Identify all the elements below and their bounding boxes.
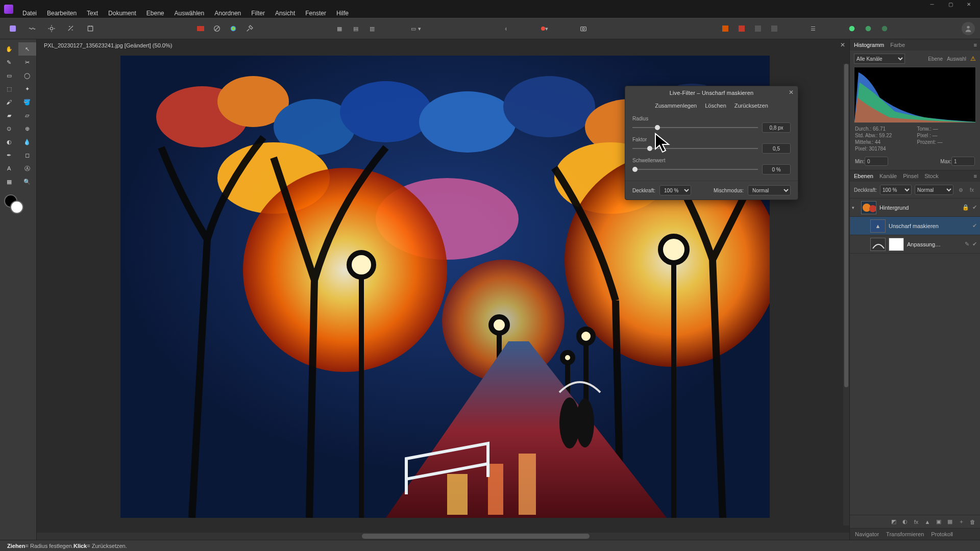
fx-layer-icon[interactable]: fx [912, 517, 921, 527]
crop-tool-icon[interactable]: ✂ [18, 56, 37, 69]
layer-op2-icon[interactable] [734, 21, 749, 36]
persona-photo-icon[interactable] [5, 21, 20, 36]
menu-dokument[interactable]: Dokument [108, 10, 136, 17]
tab-transformieren[interactable]: Transformieren [886, 531, 924, 537]
lock-icon[interactable]: 🔒 [962, 204, 969, 211]
layer-op4-icon[interactable] [767, 21, 782, 36]
dialog-blend-select[interactable]: Normal [748, 185, 791, 195]
color-swatches[interactable] [4, 194, 24, 215]
menu-ebene[interactable]: Ebene [146, 10, 164, 17]
menu-hilfe[interactable]: Hilfe [336, 10, 349, 17]
pen-tool-icon[interactable]: ✒ [0, 148, 18, 162]
histogram-scope-ebene[interactable]: Ebene [928, 56, 943, 62]
tab-kanaele[interactable]: Kanäle [879, 173, 897, 179]
layer-row-anpassung[interactable]: Anpassung… ✎✔ [850, 235, 980, 254]
schwellenwert-slider[interactable] [632, 169, 758, 170]
mask-layer-icon[interactable]: ◩ [889, 517, 898, 527]
layers-panel-menu-icon[interactable]: ≡ [974, 173, 977, 179]
document-tab[interactable]: PXL_20230127_135623241.jpg [Geändert] (5… [44, 42, 172, 48]
frame-text-tool-icon[interactable]: Ⓐ [18, 162, 37, 175]
crop-preset-icon[interactable]: ▭ ▾ [408, 21, 424, 36]
menu-anordnen[interactable]: Anordnen [214, 10, 241, 17]
swatch-red-icon[interactable] [193, 21, 208, 36]
cloud3-icon[interactable] [877, 21, 892, 36]
no-color-icon[interactable] [209, 21, 225, 36]
quicklook-icon[interactable] [576, 21, 591, 36]
sample-icon[interactable] [242, 21, 257, 36]
link-icon[interactable]: ✎ [965, 241, 969, 247]
marquee-tool-icon[interactable]: ⬚ [0, 82, 18, 95]
foreground-color-swatch[interactable] [10, 201, 23, 214]
text-tool-icon[interactable]: A [0, 162, 18, 175]
visibility-icon[interactable]: ✔ [972, 204, 977, 211]
channel-select[interactable]: Alle Kanäle [854, 54, 905, 64]
brush-tool-icon[interactable]: 🖌 [0, 95, 18, 109]
smudge-tool-icon[interactable]: 💧 [18, 135, 37, 148]
hand-tool-icon[interactable]: ✋ [0, 42, 18, 56]
persona-develop-icon[interactable] [44, 21, 59, 36]
tab-close-icon[interactable]: ✕ [840, 41, 845, 48]
warning-icon[interactable]: ⚠ [970, 55, 976, 62]
faktor-slider[interactable] [632, 148, 758, 149]
minimize-button[interactable]: ─ [923, 0, 941, 9]
tab-pinsel[interactable]: Pinsel [903, 173, 918, 179]
merge-button[interactable]: Zusammenlegen [655, 103, 697, 109]
menu-auswaehlen[interactable]: Auswählen [174, 10, 204, 17]
menu-fenster[interactable]: Fenster [305, 10, 326, 17]
add-layer-icon[interactable]: ＋ [957, 517, 966, 527]
eraser-tool-icon[interactable]: ▱ [18, 109, 37, 122]
radius-value[interactable]: 0,8 px [762, 122, 791, 133]
cloud-sync-icon[interactable] [844, 21, 860, 36]
tab-ebenen[interactable]: Ebenen [854, 173, 873, 179]
vertical-scrollbar[interactable] [843, 64, 849, 525]
live-filter-dialog[interactable]: Live-Filter – Unscharf maskieren ✕ Zusam… [625, 86, 798, 200]
tab-histogramm[interactable]: Histogramm [854, 42, 884, 48]
schwellenwert-value[interactable]: 0 % [762, 164, 791, 174]
layer-row-unscharf[interactable]: ▲ Unscharf maskieren ✔ [850, 217, 980, 235]
align-dist3-icon[interactable]: ▥ [364, 21, 380, 36]
target-icon[interactable]: ▾ [537, 21, 552, 36]
menu-datei[interactable]: Datei [22, 10, 37, 17]
visibility-icon[interactable]: ✔ [972, 222, 977, 229]
move-tool-icon[interactable]: ↖ [18, 42, 37, 56]
layers-opacity-select[interactable]: 100 % [880, 185, 912, 195]
color-picker-tool-icon[interactable]: ✎ [0, 56, 18, 69]
dialog-opacity-select[interactable]: 100 % [659, 185, 691, 195]
group-icon[interactable]: ▣ [934, 517, 943, 527]
menu-text[interactable]: Text [87, 10, 98, 17]
tab-navigator[interactable]: Navigator [855, 531, 879, 537]
menu-filter[interactable]: Filter [251, 10, 265, 17]
max-value[interactable]: 1 [951, 157, 975, 166]
tab-stock[interactable]: Stock [924, 173, 939, 179]
cloud2-icon[interactable] [861, 21, 876, 36]
lasso-tool-icon[interactable]: ◯ [18, 69, 37, 82]
zoom-tool-icon[interactable]: 🔍 [18, 175, 37, 188]
dodge-tool-icon[interactable]: ◐ [0, 135, 18, 148]
add-pixel-icon[interactable]: ▦ [945, 517, 954, 527]
shape-tool-icon[interactable]: ◻ [18, 148, 37, 162]
persona-tone-icon[interactable] [63, 21, 79, 36]
heal-tool-icon[interactable]: ⊕ [18, 122, 37, 135]
gradient-tool-icon[interactable]: ▰ [0, 109, 18, 122]
layer-op3-icon[interactable] [750, 21, 766, 36]
menu-ansicht[interactable]: Ansicht [275, 10, 295, 17]
layers-fx-icon[interactable]: fx [968, 186, 976, 194]
delete-button[interactable]: Löschen [705, 103, 726, 109]
dialog-title[interactable]: Live-Filter – Unscharf maskieren ✕ [625, 86, 798, 99]
layers-blend-select[interactable]: Normal [915, 185, 953, 195]
selection-tool-icon[interactable]: ▭ [0, 69, 18, 82]
expand-toggle-icon[interactable]: ▾ [852, 205, 858, 210]
arrange-icon[interactable]: ⫞ [498, 21, 513, 36]
magic-wand-tool-icon[interactable]: ✦ [18, 82, 37, 95]
faktor-value[interactable]: 0,5 [762, 143, 791, 154]
close-button[interactable]: ✕ [960, 0, 978, 9]
dialog-close-icon[interactable]: ✕ [789, 89, 794, 96]
delete-layer-icon[interactable]: 🗑 [968, 517, 977, 527]
persona-export-icon[interactable] [83, 21, 98, 36]
visibility-icon[interactable]: ✔ [972, 241, 977, 247]
layers-cog-icon[interactable]: ⚙ [957, 186, 965, 194]
maximize-button[interactable]: ▢ [941, 0, 960, 9]
align-panel-icon[interactable]: ☰ [805, 21, 821, 36]
align-dist-icon[interactable]: ▦ [332, 21, 347, 36]
mesh-tool-icon[interactable]: ▦ [0, 175, 18, 188]
